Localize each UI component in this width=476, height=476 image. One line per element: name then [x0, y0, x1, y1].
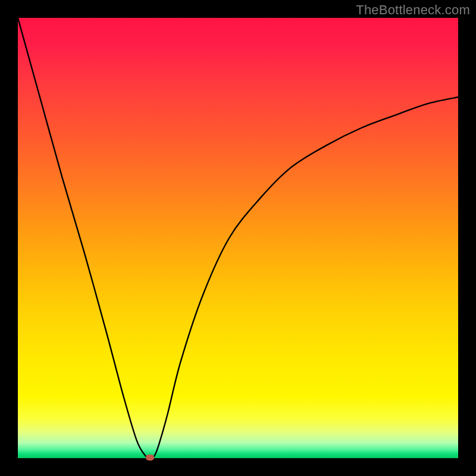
watermark-text: TheBottleneck.com	[356, 2, 470, 18]
plot-area	[18, 18, 458, 458]
optimum-marker	[146, 455, 154, 461]
chart-frame: TheBottleneck.com	[0, 0, 476, 476]
bottleneck-curve	[18, 18, 458, 458]
